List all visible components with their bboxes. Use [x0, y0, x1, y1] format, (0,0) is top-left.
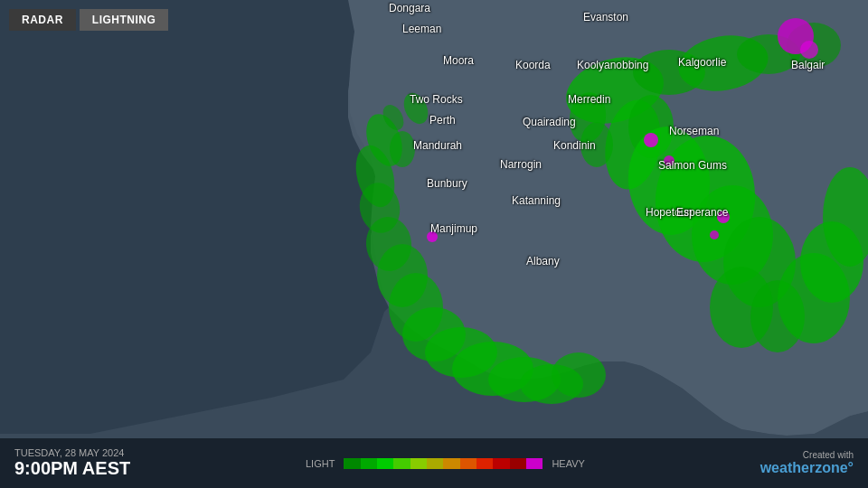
legend-heavy-label: HEAVY [552, 458, 584, 469]
legend-seg-5 [410, 458, 427, 469]
legend-bar [344, 458, 542, 469]
legend-seg-11 [510, 458, 526, 469]
lightning-button[interactable]: LIGHTNING [80, 9, 169, 31]
map-background [0, 0, 868, 488]
legend-seg-9 [476, 458, 493, 469]
legend-seg-4 [393, 458, 410, 469]
legend-seg-10 [493, 458, 509, 469]
legend: LIGHT HEAVY [130, 458, 760, 469]
legend-seg-2 [361, 458, 377, 469]
legend-seg-3 [377, 458, 393, 469]
legend-seg-12 [526, 458, 542, 469]
time-label: 9:00PM AEST [14, 458, 130, 479]
bottom-bar: TUESDAY, 28 MAY 2024 9:00PM AEST LIGHT H… [0, 438, 868, 488]
brand-name-label: weatherzone° [760, 460, 854, 476]
legend-seg-7 [443, 458, 459, 469]
legend-seg-8 [460, 458, 476, 469]
radar-button[interactable]: RADAR [9, 9, 76, 31]
map-container: RADAR LIGHTNING Dongara Leeman Evanston … [0, 0, 868, 488]
legend-light-label: LIGHT [306, 458, 335, 469]
legend-seg-6 [427, 458, 443, 469]
created-with-label: Created with [760, 450, 854, 460]
legend-seg-1 [344, 458, 360, 469]
toolbar: RADAR LIGHTNING [9, 9, 168, 31]
branding: Created with weatherzone° [760, 450, 854, 476]
date-label: TUESDAY, 28 MAY 2024 [14, 447, 130, 458]
timestamp: TUESDAY, 28 MAY 2024 9:00PM AEST [14, 447, 130, 479]
